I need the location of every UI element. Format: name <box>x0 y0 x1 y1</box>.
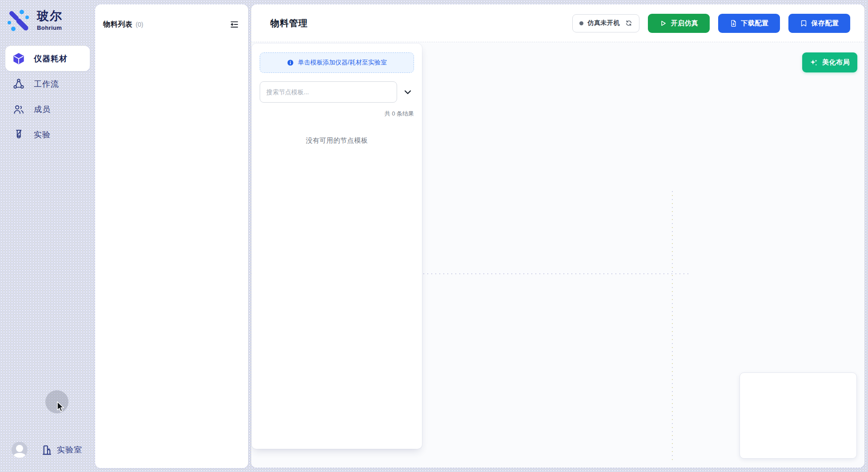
sidebar-nav: 仪器耗材 工作流 成员 <box>5 46 90 147</box>
main-header: 物料管理 仿真未开机 开启仿真 <box>251 4 864 42</box>
avatar-head <box>16 445 23 452</box>
sidebar-item-label: 工作流 <box>34 79 59 89</box>
start-simulation-button[interactable]: 开启仿真 <box>648 14 710 33</box>
download-config-button[interactable]: 下载配置 <box>718 14 780 33</box>
file-download-icon <box>730 20 737 27</box>
search-result-count: 共 0 条结果 <box>260 110 414 118</box>
beautify-layout-label: 美化布局 <box>822 58 850 67</box>
sidebar-item-experiments[interactable]: 实验 <box>5 122 90 147</box>
collapse-panel-button[interactable] <box>229 19 240 30</box>
mouse-cursor <box>56 401 67 413</box>
sidebar-footer: 实验室 <box>12 442 82 458</box>
empty-template-message: 没有可用的节点模板 <box>260 136 414 145</box>
cube-icon <box>13 53 24 64</box>
experiment-icon <box>13 129 24 140</box>
materials-panel-header: 物料列表 (0) <box>95 4 248 30</box>
flow-canvas[interactable]: 单击模板添加仪器/耗材至实验室 共 0 条结果 没有可用的节点模板 <box>251 42 864 468</box>
simulation-status-text: 仿真未开机 <box>588 19 620 27</box>
simulation-status-pill: 仿真未开机 <box>572 14 640 32</box>
brand-logo[interactable]: 玻尔 Bohrium <box>7 9 63 31</box>
minimap[interactable] <box>739 372 857 459</box>
save-config-label: 保存配置 <box>812 19 839 28</box>
main-panel: 物料管理 仿真未开机 开启仿真 <box>251 4 864 468</box>
building-icon <box>41 444 53 456</box>
workflow-icon <box>13 78 24 90</box>
materials-panel-title: 物料列表 <box>103 20 133 29</box>
lab-label: 实验室 <box>57 444 82 455</box>
template-search-row <box>260 81 414 103</box>
user-avatar[interactable] <box>12 442 28 458</box>
brand-name: 玻尔 <box>37 10 63 23</box>
save-config-button[interactable]: 保存配置 <box>788 14 850 33</box>
materials-panel: 物料列表 (0) <box>95 4 248 468</box>
sidebar-item-members[interactable]: 成员 <box>5 96 90 122</box>
refresh-status-icon[interactable] <box>625 20 632 27</box>
play-icon <box>659 20 667 27</box>
avatar-body <box>13 453 26 458</box>
chevron-down-icon[interactable] <box>402 86 414 98</box>
template-search-input[interactable] <box>260 81 397 103</box>
sidebar-item-label: 成员 <box>34 104 51 115</box>
lab-entry[interactable]: 实验室 <box>41 444 82 456</box>
canvas-guide-vertical <box>672 191 673 463</box>
download-config-label: 下载配置 <box>741 19 769 28</box>
info-banner: 单击模板添加仪器/耗材至实验室 <box>260 52 414 73</box>
info-icon <box>287 59 294 66</box>
bohrium-logo-icon <box>7 9 29 31</box>
members-icon <box>13 104 24 115</box>
node-template-panel: 单击模板添加仪器/耗材至实验室 共 0 条结果 没有可用的节点模板 <box>252 44 422 449</box>
header-actions: 仿真未开机 开启仿真 <box>572 14 851 33</box>
brand-subtitle: Bohrium <box>37 24 63 31</box>
sidebar-item-label: 实验 <box>34 129 51 140</box>
materials-count-badge: (0) <box>136 21 143 28</box>
sidebar-item-instruments[interactable]: 仪器耗材 <box>5 46 90 71</box>
sparkles-icon <box>810 59 818 67</box>
sidebar-item-label: 仪器耗材 <box>34 53 68 64</box>
info-banner-text: 单击模板添加仪器/耗材至实验室 <box>298 59 387 67</box>
status-dot-icon <box>579 21 583 25</box>
sidebar-item-workflow[interactable]: 工作流 <box>5 71 90 96</box>
app-root: { "brand": { "name": "玻尔", "subtitle": "… <box>0 0 868 472</box>
page-title: 物料管理 <box>270 17 308 29</box>
start-simulation-label: 开启仿真 <box>671 19 699 28</box>
beautify-layout-button[interactable]: 美化布局 <box>802 52 857 72</box>
bookmark-icon <box>800 20 808 27</box>
